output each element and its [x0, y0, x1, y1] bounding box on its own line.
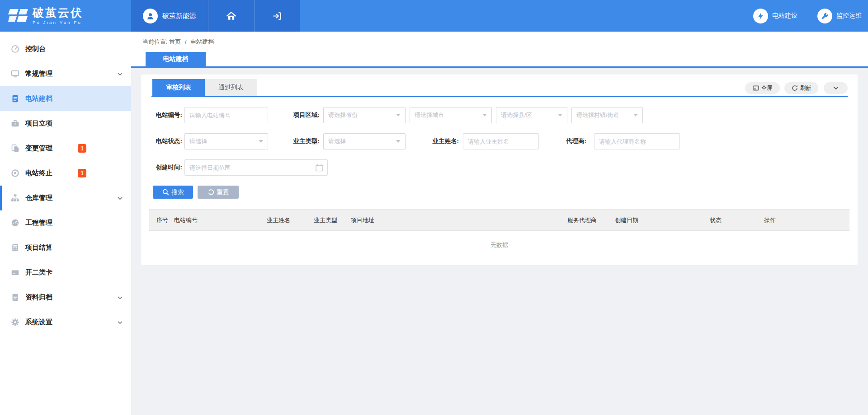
col-owner-type: 业主类型 — [314, 210, 337, 231]
owner-type-label: 业主类型: — [277, 133, 320, 149]
owner-type-select[interactable]: 请选择 — [323, 133, 406, 149]
brand-logo: 破茧云伏 Po Jian Yun Fu — [0, 0, 131, 32]
sidebar-item-project-setup[interactable]: 项目立项 — [0, 111, 131, 136]
col-status: 状态 — [710, 210, 722, 231]
header-user-group: 破茧新能源 — [131, 0, 300, 32]
collapse-filters-button[interactable] — [824, 82, 848, 94]
fullscreen-icon — [753, 85, 759, 91]
province-select[interactable]: 请选择省份 — [323, 107, 406, 123]
sidebar-item-warehouse-mgmt[interactable]: 仓库管理 — [0, 186, 131, 210]
col-station-no: 电站编号 — [174, 210, 198, 231]
sidebar-item-station-filing[interactable]: 电站建档 — [0, 86, 131, 111]
gauge-icon — [11, 45, 19, 53]
tabs-underline — [151, 96, 848, 97]
caret-down-icon — [558, 114, 562, 117]
sidebar-item-station-terminate[interactable]: 电站终止 1 — [0, 161, 131, 186]
station-no-label: 电站编号: — [141, 107, 182, 123]
county-select[interactable]: 请选择县/区 — [496, 107, 567, 123]
chevron-down-icon — [118, 321, 123, 324]
col-actions: 操作 — [764, 210, 776, 231]
fullscreen-button[interactable]: 全屏 — [745, 82, 780, 94]
dashboard-icon — [11, 219, 19, 227]
reset-icon — [208, 189, 214, 196]
col-index: 序号 — [156, 210, 168, 231]
create-time-field — [184, 159, 328, 176]
logout-button[interactable] — [254, 0, 300, 32]
station-no-input[interactable] — [185, 107, 268, 123]
chevron-down-icon — [118, 296, 123, 299]
chevron-down-icon — [118, 197, 123, 200]
lightning-icon — [753, 9, 768, 23]
badge-count: 1 — [78, 169, 86, 177]
badge-count: 1 — [78, 144, 86, 153]
chevron-down-icon — [118, 73, 123, 76]
home-icon — [226, 11, 236, 21]
home-button[interactable] — [208, 0, 254, 32]
breadcrumb-current: 电站建档 — [190, 38, 214, 45]
calendar-icon — [316, 164, 323, 172]
sidebar-item-console[interactable]: 控制台 — [0, 37, 131, 61]
module-monitor-ops[interactable]: 监控运维 — [817, 9, 862, 23]
city-select[interactable]: 请选择城市 — [410, 107, 492, 123]
sidebar-item-general-mgmt[interactable]: 常规管理 — [0, 61, 131, 86]
monitor-icon — [11, 70, 19, 78]
breadcrumb: 当前位置: 首页 / 电站建档 — [142, 36, 214, 48]
sitemap-icon — [11, 194, 19, 202]
station-status-select[interactable]: 请选择 — [184, 133, 268, 149]
col-agent: 服务代理商 — [567, 210, 597, 231]
tab-passed-list[interactable]: 通过列表 — [205, 79, 257, 96]
col-owner-name: 业主姓名 — [267, 210, 290, 231]
owner-name-input[interactable] — [463, 134, 538, 149]
refresh-icon — [792, 85, 798, 91]
chevron-down-icon — [833, 86, 839, 90]
col-address: 项目地址 — [351, 210, 374, 231]
village-select[interactable]: 请选择村镇/街道 — [571, 107, 643, 123]
region-label: 项目区域: — [277, 107, 320, 123]
tab-review-list[interactable]: 审核列表 — [152, 79, 205, 96]
owner-name-label: 业主姓名: — [416, 133, 459, 149]
table-empty-state: 无数据 — [149, 231, 849, 260]
agent-field — [594, 133, 680, 149]
sign-in-arrow-icon — [272, 11, 283, 21]
sidebar-item-engineering-mgmt[interactable]: 工程管理 — [0, 210, 131, 235]
target-icon — [11, 169, 19, 177]
col-create-date: 创建日期 — [615, 210, 638, 231]
table-header: 序号 电站编号 业主姓名 业主类型 项目地址 服务代理商 创建日期 状态 操作 — [149, 209, 849, 231]
page-header-strip: 当前位置: 首页 / 电站建档 电站建档 — [131, 32, 868, 68]
sidebar-item-system-settings[interactable]: 系统设置 — [0, 310, 131, 335]
page-tab-station-filing[interactable]: 电站建档 — [146, 52, 206, 66]
logo-subtitle: Po Jian Yun Fu — [33, 20, 83, 25]
company-name: 破茧新能源 — [162, 12, 196, 20]
breadcrumb-separator: / — [185, 38, 187, 45]
create-time-label: 创建时间: — [141, 159, 182, 176]
user-menu[interactable]: 破茧新能源 — [131, 0, 208, 32]
caret-down-icon — [633, 114, 638, 117]
breadcrumb-home-link[interactable]: 首页 — [169, 38, 181, 45]
sidebar-item-data-archive[interactable]: 资料归档 — [0, 285, 131, 310]
sidebar-item-open-card[interactable]: 开二类卡 — [0, 260, 131, 285]
reset-button[interactable]: 重置 — [198, 186, 239, 199]
header-modules: 电站建设 监控运维 — [753, 0, 862, 32]
agent-input[interactable] — [594, 134, 679, 149]
sidebar-item-project-settlement[interactable]: 项目结算 — [0, 235, 131, 260]
date-range-input[interactable] — [185, 160, 327, 175]
agent-label: 代理商: — [543, 133, 586, 149]
content-panel: 审核列表 通过列表 全屏 刷新 电站编号: 项目区域: 请选择省份 请选择城市 … — [141, 75, 858, 265]
logo-icon — [8, 7, 28, 25]
document-icon — [11, 94, 19, 103]
owner-name-field — [463, 133, 539, 149]
caret-down-icon — [396, 140, 401, 143]
gear-icon — [11, 318, 19, 326]
caret-down-icon — [396, 114, 401, 117]
archive-icon — [11, 293, 19, 302]
refresh-button[interactable]: 刷新 — [784, 82, 818, 94]
module-label: 电站建设 — [772, 12, 797, 20]
module-station-build[interactable]: 电站建设 — [753, 9, 797, 23]
avatar — [143, 9, 158, 23]
briefcase-icon — [11, 119, 19, 128]
search-button[interactable]: 搜索 — [153, 186, 193, 199]
sidebar-item-change-mgmt[interactable]: 变更管理 1 — [0, 136, 131, 161]
station-no-field — [184, 107, 268, 123]
breadcrumb-prefix: 当前位置: — [142, 38, 168, 45]
sidebar: 控制台 常规管理 电站建档 项目立项 变更管理 1 电站终止 1 — [0, 32, 131, 415]
